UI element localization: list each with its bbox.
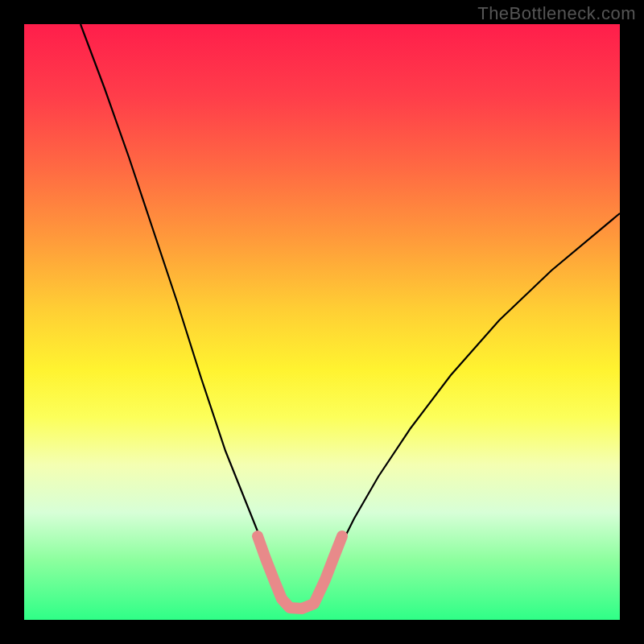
left-curve [80,24,288,604]
right-curve [314,213,620,604]
curve-layer [24,24,620,620]
bottom-marker [258,536,342,609]
watermark-text: TheBottleneck.com [477,3,636,24]
plot-area [24,24,620,620]
chart-frame: TheBottleneck.com [0,0,644,644]
